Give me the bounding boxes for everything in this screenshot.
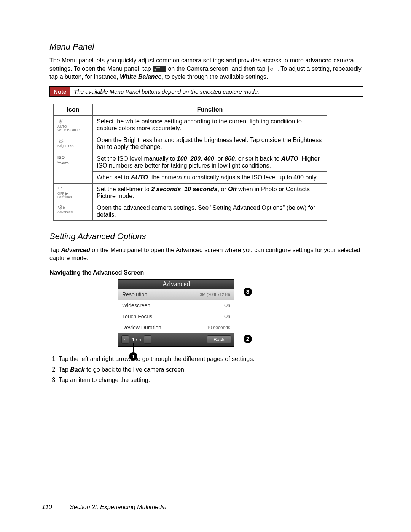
row-label: Resolution xyxy=(122,291,147,297)
text: on the Camera screen, and then tap xyxy=(168,66,267,72)
note-box: Note The available Menu Panel buttons de… xyxy=(49,86,363,97)
table-row: ⚙▸Advanced Open the advanced camera sett… xyxy=(54,202,327,220)
icon-brightness: ☼Brightness xyxy=(54,134,93,153)
table-row: ◠OFF ▶Self-timer Set the self-timer to 2… xyxy=(54,183,327,202)
table-row: When set to AUTO, the camera automatical… xyxy=(54,171,327,183)
icon-white-balance: ☀AUTOWhite Balance xyxy=(54,115,93,134)
table-row: ☼Brightness Open the Brightness bar and … xyxy=(54,134,327,153)
func-cell: Open the advanced camera settings. See "… xyxy=(93,202,327,220)
heading-advanced-options: Setting Advanced Options xyxy=(49,232,363,241)
func-cell: Select the white balance setting accordi… xyxy=(93,115,327,134)
steps-list: Tap the left and right arrows to go thro… xyxy=(49,355,363,384)
row-value: 3M (2048x1216) xyxy=(200,292,230,297)
row-value: 10 seconds xyxy=(207,325,230,330)
camera-settings-icon xyxy=(267,66,276,72)
list-item: Tap the left and right arrows to go thro… xyxy=(59,355,363,363)
row-label: Touch Focus xyxy=(122,313,152,320)
paragraph-menu-panel: The Menu panel lets you quickly adjust c… xyxy=(49,56,363,81)
row-label: Review Duration xyxy=(122,324,161,331)
text: , to cycle through the available setting… xyxy=(161,73,268,80)
note-label: Note xyxy=(50,87,70,96)
note-text: The available Menu Panel buttons depend … xyxy=(70,87,263,96)
page-prev-button[interactable]: ‹ xyxy=(121,335,129,344)
row-value: On xyxy=(224,303,230,308)
page-indicator: 1 / 5 xyxy=(131,337,142,342)
callout-2: 2 xyxy=(244,335,252,343)
icon-advanced: ⚙▸Advanced xyxy=(54,202,93,220)
icon-iso: ISO▭AUTO xyxy=(54,153,93,183)
callout-lead xyxy=(230,339,243,339)
screen-title: Advanced xyxy=(118,280,234,289)
callout-lead xyxy=(234,292,243,292)
func-cell: Open the Brightness bar and adjust the b… xyxy=(93,134,327,153)
menu-tab-icon xyxy=(153,66,166,72)
page-number: 110 xyxy=(42,504,52,510)
list-item: Tap an item to change the setting. xyxy=(59,376,363,384)
func-cell: Set the self-timer to 2 seconds, 10 seco… xyxy=(93,183,327,202)
row-label: Widescreen xyxy=(122,302,150,308)
advanced-row-resolution[interactable]: Resolution 3M (2048x1216) xyxy=(118,289,234,300)
page-footer: 110 Section 2I. Experiencing Multimedia xyxy=(42,504,167,511)
func-cell: Set the ISO level manually to 100, 200, … xyxy=(93,153,327,171)
document-page: Menu Panel The Menu panel lets you quick… xyxy=(0,0,411,532)
section-title: Section 2I. Experiencing Multimedia xyxy=(70,504,166,510)
advanced-screenshot: Advanced Resolution 3M (2048x1216) Wides… xyxy=(118,279,255,347)
icon-self-timer: ◠OFF ▶Self-timer xyxy=(54,183,93,202)
table-row: ISO▭AUTO Set the ISO level manually to 1… xyxy=(54,153,327,171)
advanced-row-review-duration[interactable]: Review Duration 10 seconds xyxy=(118,322,234,333)
text-white-balance: White Balance xyxy=(120,73,161,80)
function-table: Icon Function ☀AUTOWhite Balance Select … xyxy=(53,104,327,221)
table-header-icon: Icon xyxy=(54,104,93,115)
table-header-function: Function xyxy=(93,104,327,115)
advanced-row-widescreen[interactable]: Widescreen On xyxy=(118,300,234,311)
advanced-footer: ‹ 1 / 5 › Back xyxy=(118,333,234,346)
callout-3: 3 xyxy=(244,288,252,296)
callout-lead xyxy=(133,343,134,352)
advanced-screen: Advanced Resolution 3M (2048x1216) Wides… xyxy=(118,279,234,347)
row-value: On xyxy=(224,314,230,319)
callout-1: 1 xyxy=(129,352,137,361)
page-next-button[interactable]: › xyxy=(144,335,151,344)
paragraph-advanced: Tap Advanced on the Menu panel to open t… xyxy=(49,246,363,262)
advanced-row-touch-focus[interactable]: Touch Focus On xyxy=(118,311,234,322)
func-cell: When set to AUTO, the camera automatical… xyxy=(93,171,327,183)
back-button[interactable]: Back xyxy=(207,335,231,343)
subheading-navigating: Navigating the Advanced Screen xyxy=(49,269,363,276)
heading-menu-panel: Menu Panel xyxy=(49,42,363,52)
table-row: ☀AUTOWhite Balance Select the white bala… xyxy=(54,115,327,134)
list-item: Tap Back to go back to the live camera s… xyxy=(59,366,363,374)
pager: ‹ 1 / 5 › xyxy=(121,335,151,344)
